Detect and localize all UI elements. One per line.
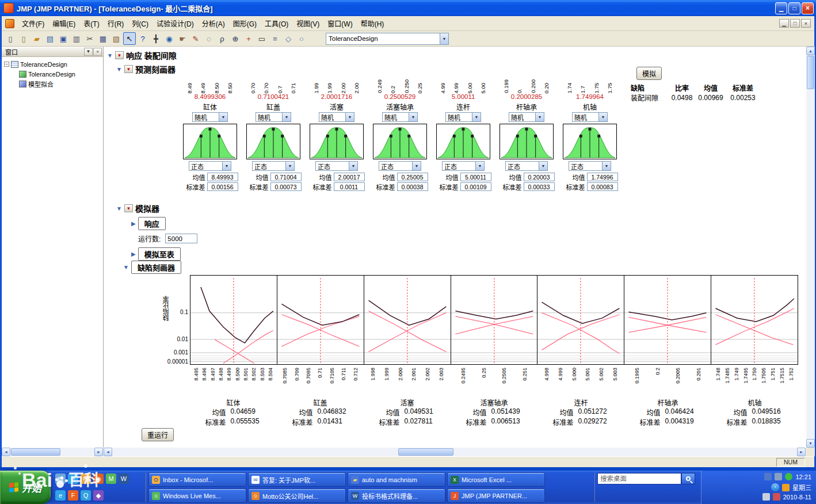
paste-icon[interactable]: ▧	[110, 32, 123, 45]
menu-item[interactable]: 分析(A)	[198, 16, 229, 30]
import-data-icon[interactable]: ▤	[44, 32, 56, 45]
chevron-down-icon[interactable]: ▼	[412, 162, 421, 170]
lines-tool-icon[interactable]: ≡	[269, 32, 281, 45]
new-journal-icon[interactable]: ▯	[17, 32, 30, 45]
scroll-left-button[interactable]: ◄	[2, 448, 10, 456]
mdi-restore-button[interactable]: □	[790, 19, 800, 28]
horizontal-scrollbar[interactable]: ◄ ►	[104, 448, 806, 456]
chevron-down-icon[interactable]: ▼	[602, 162, 611, 170]
distribution-plot[interactable]	[183, 124, 237, 159]
distribution-plot[interactable]	[373, 124, 427, 159]
menu-item[interactable]: 窗口(W)	[323, 16, 356, 30]
shape-tool-icon[interactable]: ◇	[282, 32, 295, 45]
magnifier-tool-icon[interactable]: ρ	[216, 32, 228, 45]
firefox-icon[interactable]: F	[68, 490, 78, 501]
sd-value[interactable]: 0.00109	[460, 182, 491, 191]
scroll-down-button[interactable]: ▼	[806, 439, 815, 448]
menu-item[interactable]: 视图(V)	[292, 16, 323, 30]
scroll-right-button[interactable]: ►	[797, 448, 806, 456]
oval-tool-icon[interactable]: ○	[295, 32, 308, 45]
mean-value[interactable]: 0.25005	[397, 173, 428, 181]
mean-value[interactable]: 1.74996	[587, 173, 618, 181]
messenger-icon[interactable]: M	[106, 474, 116, 484]
scrollbar-thumb[interactable]	[398, 448, 453, 456]
new-document-icon[interactable]: ▯	[4, 32, 17, 45]
show-hidden-icons-button[interactable]: ‹	[771, 483, 779, 491]
distribution-plot[interactable]	[563, 124, 617, 159]
chevron-down-icon[interactable]: ▼	[282, 113, 291, 121]
vertical-scrollbar[interactable]: ▲ ▼	[806, 47, 815, 448]
taskbar-task-button[interactable]: J JMP (JMP PARTNER...	[447, 488, 545, 503]
chevron-down-icon[interactable]: ▼	[598, 113, 607, 121]
chevron-down-icon[interactable]: ▼	[535, 113, 544, 121]
disclosure-triangle-icon[interactable]: ▼	[116, 66, 122, 72]
runs-input[interactable]	[165, 234, 197, 243]
distribution-plot[interactable]	[310, 124, 364, 159]
app-icon[interactable]: ◆	[93, 490, 104, 501]
taskbar-task-button[interactable]: ☺ Motto公关公司Hel...	[248, 488, 346, 503]
minimize-button[interactable]: ▁	[775, 2, 787, 14]
chevron-down-icon[interactable]: ▼	[349, 162, 357, 170]
red-triangle-menu-icon[interactable]: ▼	[115, 51, 124, 59]
menu-item[interactable]: 行(R)	[104, 16, 128, 30]
distribution-dropdown[interactable]: 正态 ▼	[505, 161, 548, 171]
distribution-dropdown[interactable]: 正态 ▼	[252, 161, 295, 171]
outlook-icon[interactable]: ✉	[81, 474, 91, 484]
start-button[interactable]: 开始	[0, 471, 51, 504]
menu-item[interactable]: 列(C)	[128, 16, 152, 30]
mean-value[interactable]: 0.20003	[524, 173, 555, 181]
sd-value[interactable]: 0.00038	[397, 182, 428, 191]
menu-item[interactable]: 编辑(E)	[48, 16, 79, 30]
chevron-down-icon[interactable]: ▼	[475, 162, 484, 170]
sd-value[interactable]: 0.0011	[334, 182, 365, 191]
distribution-dropdown[interactable]: 正态 ▼	[569, 161, 611, 171]
cut-icon[interactable]: ✂	[83, 32, 96, 45]
show-desktop-icon[interactable]: ▤	[55, 474, 66, 484]
rerun-button[interactable]: 重运行	[142, 428, 174, 441]
chevron-down-icon[interactable]: ▼	[409, 113, 417, 121]
disclosure-triangle-icon[interactable]: ▼	[116, 205, 122, 212]
mean-value[interactable]: 0.71004	[270, 173, 302, 181]
distribution-plot[interactable]	[436, 124, 490, 159]
taskbar-task-button[interactable]: ✉ 答复: 关于JMP软...	[248, 472, 346, 487]
context-combobox[interactable]: ToleranceDesign ▼	[326, 33, 449, 45]
chevron-down-icon[interactable]: ▼	[219, 113, 227, 121]
taskbar-task-button[interactable]: X Microsoft Excel ...	[447, 472, 545, 487]
ie-icon[interactable]: e	[55, 490, 66, 501]
word-icon[interactable]: W	[119, 474, 129, 484]
red-triangle-menu-icon[interactable]: ▼	[124, 65, 133, 73]
tray-status-icon[interactable]	[785, 473, 792, 480]
sd-value[interactable]: 0.00073	[270, 182, 302, 191]
qq-icon[interactable]: Q	[81, 490, 91, 501]
panel-dropdown-button[interactable]: ▼	[84, 48, 93, 56]
menu-item[interactable]: 帮助(H)	[357, 16, 388, 30]
help-tool-icon[interactable]: ?	[136, 32, 149, 45]
scroll-right-button[interactable]: ►	[94, 448, 103, 456]
random-dropdown[interactable]: 随机 ▼	[192, 112, 228, 122]
sd-value[interactable]: 0.00083	[587, 182, 618, 191]
search-button[interactable]	[681, 473, 695, 484]
random-dropdown[interactable]: 随机 ▼	[509, 112, 544, 122]
taskbar-task-button[interactable]: W 投标书格式科理备...	[348, 488, 445, 503]
search-input[interactable]	[597, 473, 681, 484]
tree-expander[interactable]: −	[4, 62, 9, 67]
ie-icon[interactable]: e	[68, 474, 78, 484]
copy-icon[interactable]: ▦	[97, 32, 109, 45]
disclosure-triangle-icon[interactable]: ▼	[107, 52, 113, 59]
taskbar-task-button[interactable]: O Inbox - Microsof...	[148, 472, 246, 487]
distribution-plot[interactable]	[246, 124, 300, 159]
menu-item[interactable]: 试验设计(D)	[152, 16, 198, 30]
close-button[interactable]: ×	[802, 2, 814, 14]
zoom-tool-icon[interactable]: ⊕	[229, 32, 242, 45]
taskbar-task-button[interactable]: ☺ Windows Live Mes...	[148, 488, 246, 503]
mean-value[interactable]: 2.00017	[334, 173, 365, 181]
open-icon[interactable]: ▰	[30, 32, 43, 45]
simulate-to-table-button[interactable]: 模拟至表	[138, 247, 181, 261]
sd-value[interactable]: 0.00033	[524, 182, 555, 191]
grabber-tool-icon[interactable]: ╋	[150, 32, 162, 45]
random-dropdown[interactable]: 随机 ▼	[256, 112, 291, 122]
disclosure-triangle-icon[interactable]: ▶	[131, 220, 136, 227]
mean-value[interactable]: 5.00011	[460, 173, 491, 181]
distribution-dropdown[interactable]: 正态 ▼	[442, 161, 485, 171]
menu-item[interactable]: 文件(F)	[18, 16, 48, 30]
